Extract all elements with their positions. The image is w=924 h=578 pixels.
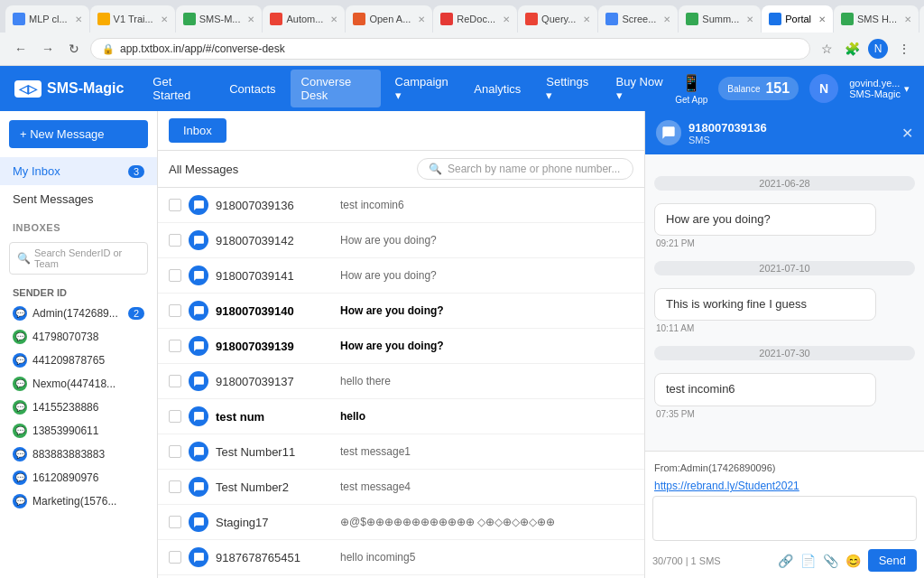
- table-row[interactable]: 918007039141 How are you doing?: [158, 258, 644, 294]
- row-name-6: test num: [216, 410, 333, 424]
- nav-converse-desk[interactable]: Converse Desk: [291, 70, 381, 107]
- nav-campaign[interactable]: Campaign ▾: [384, 70, 460, 107]
- msg-bubble-3: test incomin6: [654, 373, 876, 406]
- get-app-label: Get App: [675, 95, 707, 105]
- sender-item-7[interactable]: 💬 16120890976: [0, 466, 157, 489]
- nav-settings[interactable]: Settings ▾: [535, 70, 601, 107]
- row-preview-0: test incomin6: [340, 199, 633, 211]
- all-messages-label: All Messages: [169, 163, 238, 176]
- user-info[interactable]: govind.ye... SMS-Magic ▾: [849, 78, 910, 99]
- table-row[interactable]: 918007039137 hello there: [158, 364, 644, 399]
- attachment-icon[interactable]: 📎: [823, 554, 838, 568]
- reload-button[interactable]: ↻: [65, 40, 83, 58]
- top-nav: ◁▷ SMS-Magic Get Started Contacts Conver…: [0, 66, 924, 111]
- tab-query[interactable]: Query... ✕: [518, 5, 597, 33]
- sender-item-8[interactable]: 💬 Marketing(1576...: [0, 489, 157, 513]
- menu-icon[interactable]: ⋮: [895, 40, 913, 58]
- user-profile-icon[interactable]: N: [868, 39, 888, 59]
- sender-badge-0: 2: [128, 307, 144, 320]
- forward-button[interactable]: →: [38, 40, 58, 58]
- row-checkbox-2[interactable]: [169, 269, 181, 282]
- balance-value: 151: [765, 80, 790, 97]
- chat-close-button[interactable]: ✕: [901, 125, 913, 142]
- nav-buy-now[interactable]: Buy Now ▾: [605, 70, 676, 107]
- sender-dot-blue: 💬: [13, 306, 27, 321]
- row-checkbox-0[interactable]: [169, 199, 181, 211]
- sidebar-item-sent-messages[interactable]: Sent Messages: [0, 185, 157, 213]
- compose-textarea[interactable]: [652, 496, 917, 541]
- row-checkbox-10[interactable]: [169, 551, 181, 564]
- get-app-button[interactable]: 📱 Get App: [675, 73, 707, 105]
- tab-sep[interactable]: Sep Re... ✕: [919, 5, 924, 33]
- emoji-icon[interactable]: 😊: [845, 554, 861, 568]
- balance-label: Balance: [727, 84, 760, 94]
- search-inboxes-box[interactable]: 🔍 Search SenderID or Team: [9, 242, 148, 275]
- sender-item-2[interactable]: 💬 441209878765: [0, 349, 157, 372]
- row-checkbox-4[interactable]: [169, 340, 181, 352]
- nav-contacts[interactable]: Contacts: [218, 77, 286, 101]
- sender-item-5[interactable]: 💬 13853990611: [0, 419, 157, 443]
- row-checkbox-6[interactable]: [169, 410, 181, 423]
- nav-analytics[interactable]: Analytics: [463, 77, 531, 101]
- table-row[interactable]: Staging17 ⊕@$⊕⊕⊕⊕⊕⊕⊕⊕⊕⊕⊕⊕ ◇⊕◇⊕◇⊕◇⊕⊕: [158, 505, 644, 540]
- row-checkbox-9[interactable]: [169, 516, 181, 528]
- table-row[interactable]: Test Number2 test message4: [158, 470, 644, 505]
- link-icon[interactable]: 🔗: [778, 554, 793, 568]
- document-icon[interactable]: 📄: [800, 554, 816, 568]
- from-label: From:Admin(17426890096): [652, 459, 917, 475]
- tab-screen[interactable]: Scree... ✕: [598, 5, 678, 33]
- sender-dot-green-5: 💬: [13, 424, 27, 438]
- sender-item-4[interactable]: 💬 14155238886: [0, 396, 157, 419]
- compose-link[interactable]: https://rebrand.ly/Student2021: [654, 480, 799, 492]
- sidebar-item-my-inbox[interactable]: My Inbox 3: [0, 157, 157, 185]
- tab-sms[interactable]: SMS-M... ✕: [176, 5, 263, 33]
- url-bar[interactable]: 🔒 app.txtbox.in/app/#/converse-desk: [90, 38, 810, 60]
- tab-summ[interactable]: Summ... ✕: [679, 5, 761, 33]
- row-checkbox-7[interactable]: [169, 445, 181, 458]
- nav-get-started[interactable]: Get Started: [142, 70, 215, 107]
- star-icon[interactable]: ☆: [818, 40, 836, 58]
- tab-open[interactable]: Open A... ✕: [346, 5, 432, 33]
- tab-smsh[interactable]: SMS H... ✕: [834, 5, 919, 33]
- compose-count: 30/700 | 1 SMS: [652, 555, 721, 566]
- msg-bubble-container-2: This is working fine I guess 10:11 AM: [654, 288, 915, 333]
- row-preview-6: hello: [340, 410, 633, 423]
- table-row[interactable]: Test Number11 test message1: [158, 434, 644, 470]
- table-row[interactable]: 918007039142 How are you doing?: [158, 223, 644, 258]
- table-row[interactable]: 918007039139 How are you doing?: [158, 329, 644, 364]
- row-checkbox-5[interactable]: [169, 375, 181, 387]
- search-msg-placeholder: Search by name or phone number...: [448, 163, 620, 175]
- row-checkbox-3[interactable]: [169, 304, 181, 317]
- user-sub: SMS-Magic: [849, 89, 901, 99]
- extension-icon[interactable]: 🧩: [843, 40, 861, 58]
- sender-id-title: SENDER ID: [0, 280, 157, 302]
- msg-time-1: 09:21 PM: [654, 238, 915, 248]
- back-button[interactable]: ←: [11, 40, 31, 58]
- inbox-button[interactable]: Inbox: [169, 118, 226, 143]
- table-row[interactable]: test num hello: [158, 399, 644, 434]
- send-button[interactable]: Send: [868, 549, 917, 572]
- tab-portal[interactable]: Portal ✕: [762, 5, 833, 33]
- row-checkbox-1[interactable]: [169, 234, 181, 247]
- sender-name-0: Admin(1742689...: [32, 307, 123, 320]
- app: ◁▷ SMS-Magic Get Started Contacts Conver…: [0, 66, 924, 578]
- sender-dot-green-1: 💬: [13, 330, 27, 344]
- chat-messages: 2021-06-28 How are you doing? 09:21 PM 2…: [645, 154, 924, 451]
- table-row[interactable]: 9187678765451 hello incoming5: [158, 540, 644, 575]
- sender-item-6[interactable]: 💬 883883883883: [0, 443, 157, 466]
- tab-mlp[interactable]: MLP cl... ✕: [5, 5, 89, 33]
- table-row[interactable]: 918007039140 How are you doing?: [158, 294, 644, 329]
- sender-item-0[interactable]: 💬 Admin(1742689... 2: [0, 302, 157, 325]
- sender-item-1[interactable]: 💬 41798070738: [0, 325, 157, 349]
- tab-bar: MLP cl... ✕ V1 Trai... ✕ SMS-M... ✕ Auto…: [0, 0, 924, 33]
- nav-links: Get Started Contacts Converse Desk Campa…: [142, 70, 675, 107]
- search-messages-box[interactable]: 🔍 Search by name or phone number...: [417, 158, 633, 180]
- sender-item-3[interactable]: 💬 Nexmo(447418...: [0, 372, 157, 396]
- new-message-button[interactable]: + New Message: [9, 120, 148, 148]
- table-row[interactable]: 918007039136 test incomin6: [158, 188, 644, 223]
- tab-v1[interactable]: V1 Trai... ✕: [90, 5, 175, 33]
- tab-redoc[interactable]: ReDoc... ✕: [433, 5, 517, 33]
- tab-auto[interactable]: Autom... ✕: [263, 5, 345, 33]
- row-checkbox-8[interactable]: [169, 480, 181, 493]
- row-avatar-5: [189, 371, 208, 391]
